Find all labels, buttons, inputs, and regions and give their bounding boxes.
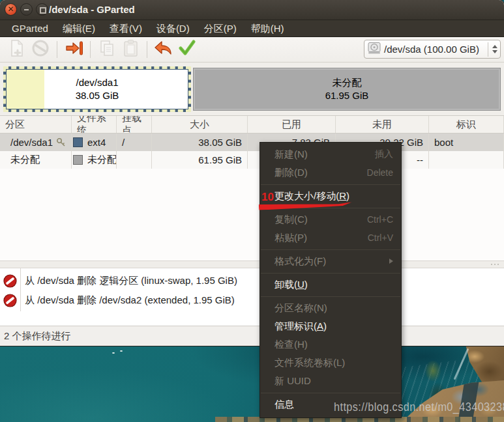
document-plus-icon bbox=[8, 39, 25, 60]
undo-button[interactable] bbox=[152, 39, 175, 60]
menu-edit[interactable]: 编辑(E) bbox=[55, 20, 102, 37]
operation-text: 从 /dev/sda 删除 /dev/sda2 (extended, 1.95 … bbox=[25, 294, 235, 307]
operation-text: 从 /dev/sda 删除 逻辑分区 (linux-swap, 1.95 GiB… bbox=[25, 275, 237, 287]
mount-point: / bbox=[117, 134, 152, 151]
mounted-keys-icon bbox=[56, 137, 66, 147]
menu-item-label: 分区名称(N) bbox=[274, 302, 393, 315]
toolbar-separator bbox=[147, 41, 147, 58]
spinner-arrows-icon[interactable] bbox=[488, 42, 497, 57]
table-header-row: 分区 文件系统 挂载点 大小 已用 未用 标识 bbox=[0, 116, 504, 134]
apply-button[interactable] bbox=[175, 39, 199, 60]
gparted-window: ✕ /dev/sda - GParted GParted 编辑(E) 查看(V)… bbox=[0, 0, 504, 346]
col-header-mountpoint[interactable]: 挂载点 bbox=[117, 116, 152, 133]
pane-grip-icon bbox=[491, 264, 499, 265]
menu-gparted[interactable]: GParted bbox=[5, 20, 55, 37]
menu-partition[interactable]: 分区(P) bbox=[197, 20, 244, 37]
col-header-used[interactable]: 已用 bbox=[248, 116, 336, 133]
menu-separator bbox=[260, 390, 401, 395]
menu-item-format-to[interactable]: 格式化为(F) bbox=[260, 252, 401, 270]
menu-item-shortcut: Ctrl+C bbox=[367, 214, 393, 225]
window-title: /dev/sda - GParted bbox=[49, 0, 135, 20]
partition-name: /dev/sda1 bbox=[10, 137, 53, 148]
table-row-unallocated[interactable]: 未分配 未分配 61.95 GiB -- bbox=[0, 151, 504, 169]
paste-icon bbox=[122, 39, 140, 60]
menu-item-unmount[interactable]: 卸载(U) bbox=[260, 275, 401, 294]
menu-separator bbox=[260, 270, 401, 275]
menu-item-resize-move[interactable]: 更改大小/移动(R) bbox=[260, 187, 401, 205]
menu-item-label: 删除(D) bbox=[274, 167, 367, 179]
paste-button[interactable] bbox=[119, 39, 142, 60]
pending-operations-list: 从 /dev/sda 删除 逻辑分区 (linux-swap, 1.95 GiB… bbox=[0, 268, 504, 326]
maximize-icon[interactable] bbox=[36, 3, 48, 16]
menu-item-copy[interactable]: 复制(C) Ctrl+C bbox=[260, 210, 401, 229]
visual-unallocated[interactable]: 未分配 61.95 GiB bbox=[193, 68, 501, 111]
menu-item-check[interactable]: 检查(H) bbox=[260, 335, 401, 354]
menu-item-delete[interactable]: 删除(D) Delete bbox=[260, 163, 401, 182]
partition-visual-panel: /dev/sda1 38.05 GiB 未分配 61.95 GiB bbox=[0, 63, 504, 116]
apply-check-icon bbox=[178, 40, 196, 59]
partition-context-menu: 新建(N) 插入 删除(D) Delete 更改大小/移动(R) 复制(C) C… bbox=[259, 142, 402, 418]
partition-name: 未分配 bbox=[0, 151, 72, 169]
col-header-unused[interactable]: 未用 bbox=[336, 116, 429, 133]
hard-disk-icon bbox=[367, 42, 381, 57]
visual-partition-sda1[interactable]: /dev/sda1 38.05 GiB bbox=[3, 66, 191, 112]
copy-icon bbox=[98, 39, 116, 60]
menu-item-label: 新 UUID bbox=[274, 375, 393, 387]
no-entry-icon bbox=[3, 294, 17, 307]
copy-button[interactable] bbox=[95, 39, 119, 60]
menu-item-manage-flags[interactable]: 管理标识(A) bbox=[260, 317, 401, 335]
menubar: GParted 编辑(E) 查看(V) 设备(D) 分区(P) 帮助(H) bbox=[0, 20, 504, 37]
statusbar: 2 个操作待进行 bbox=[0, 326, 504, 346]
toolbar: /dev/sda (100.00 GiB) bbox=[0, 37, 504, 63]
menu-item-shortcut: Ctrl+V bbox=[368, 232, 393, 243]
menu-item-shortcut: 插入 bbox=[375, 148, 393, 160]
menu-item-label: 卸载(U) bbox=[274, 279, 393, 291]
new-partition-button[interactable] bbox=[5, 39, 29, 60]
no-entry-icon bbox=[3, 274, 17, 288]
menu-view[interactable]: 查看(V) bbox=[102, 20, 149, 37]
delete-partition-button[interactable] bbox=[29, 39, 52, 60]
device-selector[interactable]: /dev/sda (100.00 GiB) bbox=[364, 40, 501, 59]
menu-item-label-filesystem[interactable]: 文件系统卷标(L) bbox=[260, 354, 401, 372]
menu-item-name-partition[interactable]: 分区名称(N) bbox=[260, 299, 401, 317]
water-speck bbox=[112, 352, 115, 354]
water-speck bbox=[120, 350, 123, 352]
col-header-size[interactable]: 大小 bbox=[152, 116, 248, 133]
statusbar-text: 2 个操作待进行 bbox=[4, 330, 71, 343]
menu-device[interactable]: 设备(D) bbox=[149, 20, 197, 37]
screen: ✕ /dev/sda - GParted GParted 编辑(E) 查看(V)… bbox=[0, 0, 504, 422]
menu-item-label: 更改大小/移动(R) bbox=[274, 190, 393, 203]
menu-item-label: 检查(H) bbox=[274, 339, 393, 351]
titlebar[interactable]: ✕ /dev/sda - GParted bbox=[0, 0, 504, 20]
menu-item-label: 格式化为(F) bbox=[274, 255, 389, 268]
filesystem-label: ext4 bbox=[87, 137, 106, 148]
col-header-partition[interactable]: 分区 bbox=[0, 116, 72, 133]
pane-divider[interactable] bbox=[0, 260, 504, 268]
minimize-icon[interactable] bbox=[20, 3, 33, 16]
menu-separator bbox=[260, 182, 401, 187]
col-header-filesystem[interactable]: 文件系统 bbox=[72, 116, 117, 133]
menu-item-label: 粘贴(P) bbox=[274, 232, 368, 244]
device-selector-value: /dev/sda (100.00 GiB) bbox=[384, 44, 485, 55]
annotation-step-number: 10 bbox=[261, 191, 274, 204]
toolbar-separator bbox=[90, 41, 91, 58]
menu-item-paste[interactable]: 粘贴(P) Ctrl+V bbox=[260, 229, 401, 247]
table-row-sda1[interactable]: /dev/sda1 ext4 / 38.05 GiB 7.83 GiB 30.2… bbox=[0, 134, 504, 151]
resize-move-icon bbox=[64, 40, 83, 59]
menu-separator bbox=[260, 247, 401, 252]
filesystem-color-swatch bbox=[73, 137, 83, 147]
menu-item-new[interactable]: 新建(N) 插入 bbox=[260, 145, 401, 163]
col-header-flags[interactable]: 标识 bbox=[429, 116, 504, 133]
menu-item-shortcut: Delete bbox=[367, 167, 393, 178]
menu-item-label: 管理标识(A) bbox=[274, 320, 393, 333]
close-icon[interactable]: ✕ bbox=[5, 3, 17, 16]
operation-item: 从 /dev/sda 删除 /dev/sda2 (extended, 1.95 … bbox=[0, 290, 504, 310]
resize-move-button[interactable] bbox=[62, 39, 85, 60]
menu-help[interactable]: 帮助(H) bbox=[244, 20, 291, 37]
visual-partition-name: /dev/sda1 bbox=[76, 76, 118, 89]
operation-item: 从 /dev/sda 删除 逻辑分区 (linux-swap, 1.95 GiB… bbox=[0, 271, 504, 290]
menu-item-label: 新建(N) bbox=[274, 148, 375, 161]
circle-slash-icon bbox=[31, 39, 50, 60]
menu-item-label: 文件系统卷标(L) bbox=[274, 357, 393, 369]
menu-item-new-uuid[interactable]: 新 UUID bbox=[260, 372, 401, 390]
